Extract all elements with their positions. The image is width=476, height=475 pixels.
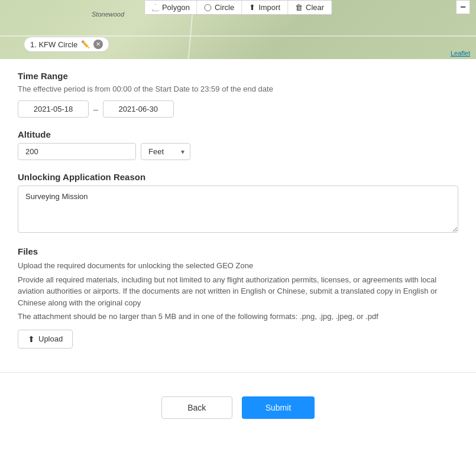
files-desc2: Provide all required materials, includin… <box>18 274 458 309</box>
start-date-input[interactable] <box>18 100 89 118</box>
zoom-minus-button[interactable]: − <box>456 0 470 14</box>
back-button[interactable]: Back <box>161 396 232 419</box>
bottom-actions: Back Submit <box>0 385 476 437</box>
map-place-label: Stonewood <box>92 11 124 18</box>
divider <box>0 372 476 373</box>
clear-tool-button[interactable]: 🗑 Clear <box>288 1 331 14</box>
submit-button[interactable]: Submit <box>242 396 315 419</box>
time-range-description: The effective period is from 00:00 of th… <box>18 84 458 93</box>
files-title: Files <box>18 246 458 256</box>
import-icon: ⬆ <box>249 3 255 12</box>
files-section: Files Upload the required documents for … <box>18 246 458 349</box>
reason-title: Unlocking Application Reason <box>18 172 458 182</box>
time-range-section: Time Range The effective period is from … <box>18 71 458 118</box>
upload-button[interactable]: ⬆ Upload <box>18 330 73 349</box>
leaflet-label: Leaflet <box>451 50 470 57</box>
clear-icon: 🗑 <box>295 3 303 12</box>
import-tool-button[interactable]: ⬆ Import <box>242 1 288 14</box>
upload-icon: ⬆ <box>28 334 35 344</box>
end-date-input[interactable] <box>103 100 174 118</box>
reason-textarea[interactable]: Surveying Mission <box>18 186 458 233</box>
unit-select[interactable]: Feet Meters <box>141 143 190 160</box>
time-range-title: Time Range <box>18 71 458 81</box>
altitude-input[interactable] <box>18 143 136 160</box>
map-container: Stonewood Polygon Circle ⬆ Import 🗑 Clea… <box>0 0 476 59</box>
edit-icon[interactable]: ✏️ <box>81 40 90 48</box>
altitude-section: Altitude Feet Meters <box>18 129 458 160</box>
polygon-icon <box>152 4 159 11</box>
altitude-row: Feet Meters <box>18 143 458 160</box>
main-content: Time Range The effective period is from … <box>0 59 476 360</box>
circle-badge-close-button[interactable]: ✕ <box>93 40 103 49</box>
unit-select-wrapper: Feet Meters <box>141 143 190 160</box>
reason-section: Unlocking Application Reason Surveying M… <box>18 172 458 246</box>
altitude-title: Altitude <box>18 129 458 139</box>
polygon-tool-button[interactable]: Polygon <box>145 1 197 14</box>
map-toolbar: Polygon Circle ⬆ Import 🗑 Clear <box>144 0 332 15</box>
date-separator: – <box>93 105 98 114</box>
circle-badge: 1. KFW Circle ✏️ ✕ <box>24 37 109 52</box>
files-desc1: Upload the required documents for unlock… <box>18 260 458 272</box>
circle-tool-button[interactable]: Circle <box>197 1 242 14</box>
upload-label: Upload <box>38 334 63 343</box>
date-range-row: – <box>18 100 458 118</box>
files-desc3: The attachment should be no larger than … <box>18 311 458 323</box>
circle-badge-text: 1. KFW Circle <box>30 40 77 49</box>
circle-icon <box>205 4 212 11</box>
